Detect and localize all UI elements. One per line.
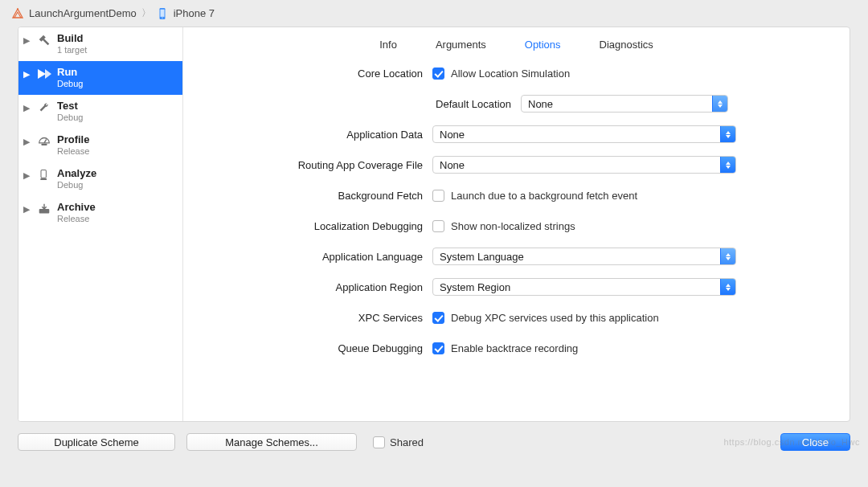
label-default-location: Default Location: [183, 98, 521, 110]
sidebar-item-archive[interactable]: ▶ Archive Release: [18, 196, 182, 230]
archive-icon: [36, 201, 52, 217]
checkbox-label: Allow Location Simulation: [451, 68, 570, 80]
sidebar-item-sublabel: Release: [57, 214, 96, 225]
checkbox-background-fetch[interactable]: [432, 190, 444, 202]
select-value: System Language: [440, 251, 524, 263]
checkbox-label: Enable backtrace recording: [451, 342, 578, 354]
shared-label: Shared: [390, 436, 424, 448]
sidebar-item-label: Profile: [57, 133, 89, 146]
disclosure-triangle-icon[interactable]: ▶: [23, 32, 31, 46]
checkbox-xpc-services[interactable]: [432, 312, 444, 324]
analyze-icon: [36, 167, 52, 183]
checkbox-label: Launch due to a background fetch event: [451, 190, 637, 202]
select-value: None: [528, 98, 553, 110]
manage-schemes-button[interactable]: Manage Schemes...: [186, 433, 357, 451]
sidebar-item-label: Run: [57, 66, 83, 79]
select-application-data[interactable]: None: [432, 125, 736, 143]
sidebar-item-sublabel: Release: [57, 146, 89, 158]
select-application-language[interactable]: System Language: [432, 248, 736, 265]
svg-rect-4: [41, 144, 47, 145]
label-queue-debugging: Queue Debugging: [183, 342, 432, 354]
checkbox-allow-location-sim[interactable]: [432, 68, 444, 80]
dropdown-stepper-icon: [720, 279, 735, 295]
select-application-region[interactable]: System Region: [432, 278, 736, 296]
svg-point-0: [17, 8, 18, 10]
sidebar-item-sublabel: Debug: [57, 113, 83, 124]
svg-rect-2: [160, 9, 164, 16]
scheme-sidebar: ▶ Build 1 target ▶ Run Debug ▶: [18, 27, 183, 421]
select-value: None: [440, 129, 465, 141]
svg-rect-5: [41, 170, 46, 178]
sidebar-item-label: Test: [57, 100, 83, 113]
duplicate-scheme-button[interactable]: Duplicate Scheme: [18, 433, 175, 451]
select-value: None: [440, 159, 465, 171]
label-routing-coverage: Routing App Coverage File: [183, 159, 432, 171]
label-application-region: Application Region: [183, 281, 432, 293]
app-icon: [11, 7, 24, 20]
sidebar-item-analyze[interactable]: ▶ Analyze Debug: [18, 162, 182, 196]
dropdown-stepper-icon: [712, 96, 727, 112]
wrench-icon: [36, 100, 52, 116]
checkbox-label: Show non-localized strings: [451, 220, 575, 232]
disclosure-triangle-icon[interactable]: ▶: [23, 100, 31, 113]
watermark-text: https://blog.csdn.net/Hello_Hwc: [723, 437, 860, 447]
label-core-location: Core Location: [183, 68, 432, 80]
label-xpc-services: XPC Services: [183, 312, 432, 324]
sidebar-item-label: Build: [57, 32, 87, 45]
checkbox-shared[interactable]: [373, 436, 385, 448]
label-background-fetch: Background Fetch: [183, 190, 432, 202]
disclosure-triangle-icon[interactable]: ▶: [23, 133, 31, 147]
gauge-icon: [36, 133, 52, 149]
breadcrumb-separator-icon: 〉: [141, 6, 151, 20]
hammer-icon: [36, 32, 52, 48]
dropdown-stepper-icon: [720, 126, 735, 142]
sidebar-item-label: Analyze: [57, 167, 96, 180]
checkbox-localization-debugging[interactable]: [432, 220, 444, 232]
sidebar-item-label: Archive: [57, 201, 96, 214]
breadcrumb-scheme[interactable]: LaunchArgumentDemo: [29, 7, 137, 19]
sidebar-item-sublabel: 1 target: [57, 45, 87, 56]
device-icon: [156, 7, 169, 20]
select-value: System Region: [440, 281, 510, 293]
label-application-language: Application Language: [183, 251, 432, 263]
tab-options[interactable]: Options: [525, 39, 561, 51]
checkbox-label: Debug XPC services used by this applicat…: [451, 312, 659, 324]
disclosure-triangle-icon[interactable]: ▶: [23, 66, 31, 80]
sidebar-item-profile[interactable]: ▶ Profile Release: [18, 129, 182, 162]
scheme-content: Info Arguments Options Diagnostics Core …: [183, 27, 850, 421]
label-application-data: Application Data: [183, 129, 432, 141]
options-form: Core Location Allow Location Simulation …: [183, 59, 850, 369]
dropdown-stepper-icon: [720, 248, 735, 264]
sidebar-item-build[interactable]: ▶ Build 1 target: [18, 27, 182, 61]
sidebar-item-sublabel: Debug: [57, 180, 96, 191]
sidebar-item-sublabel: Debug: [57, 79, 83, 90]
scheme-editor-card: ▶ Build 1 target ▶ Run Debug ▶: [18, 27, 850, 422]
sidebar-item-run[interactable]: ▶ Run Debug: [18, 61, 182, 95]
select-default-location[interactable]: None: [521, 95, 728, 113]
svg-point-3: [162, 17, 162, 18]
tab-arguments[interactable]: Arguments: [436, 39, 486, 51]
label-localization-debugging: Localization Debugging: [183, 220, 432, 232]
sidebar-item-test[interactable]: ▶ Test Debug: [18, 95, 182, 129]
tab-diagnostics[interactable]: Diagnostics: [600, 39, 653, 51]
tab-info[interactable]: Info: [379, 39, 397, 51]
dropdown-stepper-icon: [720, 157, 735, 173]
breadcrumb: LaunchArgumentDemo 〉 iPhone 7: [0, 0, 868, 27]
breadcrumb-device[interactable]: iPhone 7: [174, 7, 215, 19]
disclosure-triangle-icon[interactable]: ▶: [23, 167, 31, 181]
checkbox-queue-debugging[interactable]: [432, 342, 444, 354]
select-routing-coverage[interactable]: None: [432, 156, 736, 174]
play-icon: [36, 66, 52, 82]
disclosure-triangle-icon[interactable]: ▶: [23, 201, 31, 215]
svg-rect-6: [40, 178, 47, 180]
tab-bar: Info Arguments Options Diagnostics: [183, 27, 850, 59]
